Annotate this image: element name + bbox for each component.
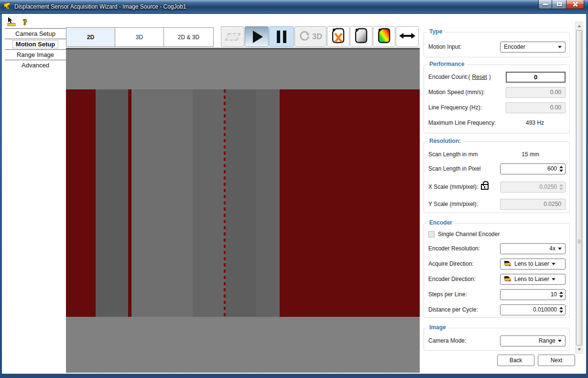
acquire-direction-label: Acquire Direction: <box>428 260 474 267</box>
max-line-frequency-label: Maximum Line Frequency: <box>428 119 496 126</box>
distance-per-cycle-input[interactable] <box>504 306 557 313</box>
refresh-3d-icon <box>299 30 310 43</box>
window-title: Displacement Sensor Acquisition Wizard -… <box>14 3 186 10</box>
single-channel-label: Single Channel Encoder <box>438 231 500 238</box>
wizard-window: Displacement Sensor Acquisition Wizard -… <box>0 0 588 378</box>
camera-mode-dropdown[interactable]: Range <box>500 335 566 346</box>
encoder-direction-dropdown[interactable]: Lens to Laser <box>500 274 566 285</box>
scan-length-pixel-spinner[interactable] <box>500 163 566 174</box>
image-stripe <box>226 89 256 317</box>
pause-button[interactable] <box>269 26 294 47</box>
stripe-band <box>66 89 420 317</box>
scan-length-pixel-input[interactable] <box>504 165 557 172</box>
dropdown-caret-icon <box>558 340 562 342</box>
encoder-group-heading: Encoder <box>427 219 455 226</box>
max-line-frequency-value: 493 Hz <box>526 119 544 126</box>
type-group-heading: Type <box>427 28 445 35</box>
page-grayscale-icon <box>355 28 368 45</box>
region-select-button <box>221 26 244 47</box>
dropdown-caret-icon <box>558 46 562 48</box>
measure-cursor-icon[interactable] <box>7 17 16 28</box>
lens-to-laser-icon <box>504 276 512 283</box>
refresh-3d-button: 3D <box>294 26 327 47</box>
pause-icon <box>277 31 286 43</box>
motion-input-label: Motion Input: <box>428 43 461 50</box>
image-discard-button[interactable] <box>327 26 349 47</box>
next-button[interactable]: Next <box>538 355 575 366</box>
image-stripe <box>193 89 224 317</box>
spinner-arrows-icon[interactable] <box>559 307 563 313</box>
encoder-count-input[interactable] <box>506 72 566 83</box>
type-group: Type Motion Input: Encoder <box>424 32 570 57</box>
dropdown-caret-icon <box>552 278 555 281</box>
x-scale-spinner <box>500 182 566 193</box>
image-colormap-button[interactable] <box>373 26 395 47</box>
window-controls <box>538 0 584 9</box>
viewport-top-band <box>66 50 420 89</box>
close-button[interactable] <box>566 0 584 9</box>
reset-link[interactable]: Reset <box>472 74 487 80</box>
image-viewport[interactable] <box>66 50 420 373</box>
play-button[interactable] <box>245 26 269 47</box>
minimize-button[interactable] <box>538 0 552 9</box>
encoder-group: Encoder Single Channel Encoder Encoder R… <box>424 223 570 318</box>
dropdown-caret-icon <box>558 248 562 250</box>
performance-group: Performance Encoder Count:( Reset ) Moti… <box>424 65 570 133</box>
spinner-arrows-icon[interactable] <box>559 292 563 298</box>
y-scale-label: Y Scale (mm/pixel): <box>428 201 478 207</box>
encoder-count-paren: ) <box>489 74 491 80</box>
spinner-arrows-icon <box>559 184 563 190</box>
x-scale-input <box>504 184 557 190</box>
image-stripe <box>66 89 96 317</box>
lens-to-laser-icon <box>504 260 512 268</box>
scrollbar-thumb[interactable] <box>576 30 582 346</box>
encoder-resolution-label: Encoder Resolution: <box>428 245 480 252</box>
scan-length-pixel-label: Scan Length in Pixel <box>428 165 480 172</box>
image-stripe <box>128 89 131 317</box>
image-stripe <box>256 89 280 317</box>
lock-icon[interactable] <box>481 184 489 190</box>
motion-input-dropdown[interactable]: Encoder <box>500 42 566 53</box>
camera-mode-label: Camera Mode: <box>428 337 466 344</box>
steps-per-line-input[interactable] <box>504 291 557 298</box>
performance-group-heading: Performance <box>427 61 467 67</box>
refresh-3d-label: 3D <box>312 32 322 41</box>
tab-2d[interactable]: 2D <box>66 27 115 47</box>
maximize-icon <box>557 2 562 6</box>
viewport-bottom-band <box>66 317 420 373</box>
tab-3d[interactable]: 3D <box>115 27 164 47</box>
help-icon[interactable]: ? <box>23 18 27 27</box>
window-content: ? Camera Setup Motion Setup Range Image … <box>2 14 586 374</box>
title-bar: Displacement Sensor Acquisition Wizard -… <box>0 0 588 14</box>
acquire-direction-dropdown[interactable]: Lens to Laser <box>500 259 566 270</box>
region-parallelogram-icon <box>225 33 240 41</box>
tab-2d-and-3d[interactable]: 2D & 3D <box>163 27 214 47</box>
image-stripe <box>131 89 193 317</box>
maximize-button[interactable] <box>552 0 566 9</box>
image-group: Image Camera Mode: Range <box>424 328 570 351</box>
fit-width-button[interactable] <box>396 26 419 47</box>
back-button[interactable]: Back <box>497 355 534 366</box>
distance-per-cycle-label: Distance per Cycle: <box>428 306 478 313</box>
single-channel-checkbox[interactable] <box>428 231 435 238</box>
panel-scrollbar[interactable] <box>575 22 583 354</box>
sidebar-item-motion-setup[interactable]: Motion Setup <box>5 39 66 49</box>
sensor-wizard-icon <box>3 2 12 12</box>
scan-length-mm-value: 15 mm <box>522 151 539 158</box>
sidebar-item-advanced[interactable]: Advanced <box>5 60 66 70</box>
encoder-direction-label: Encoder Direction: <box>428 276 476 282</box>
sidebar-item-camera-setup[interactable]: Camera Setup <box>5 28 66 39</box>
minimize-icon <box>543 4 548 5</box>
spinner-arrows-icon[interactable] <box>559 166 563 172</box>
scroll-down-icon[interactable] <box>576 346 583 353</box>
distance-per-cycle-spinner[interactable] <box>500 304 566 315</box>
sidebar-item-range-image[interactable]: Range Image <box>5 49 66 60</box>
encoder-resolution-dropdown[interactable]: 4x <box>500 243 566 254</box>
steps-per-line-label: Steps per Line: <box>428 291 467 298</box>
image-grayscale-button[interactable] <box>350 26 372 47</box>
scroll-up-icon[interactable] <box>576 22 583 30</box>
dropdown-caret-icon <box>552 263 555 265</box>
steps-per-line-spinner[interactable] <box>500 289 566 300</box>
motion-speed-label: Motion Speed (mm/s): <box>428 89 485 96</box>
page-colormap-icon <box>378 28 391 45</box>
